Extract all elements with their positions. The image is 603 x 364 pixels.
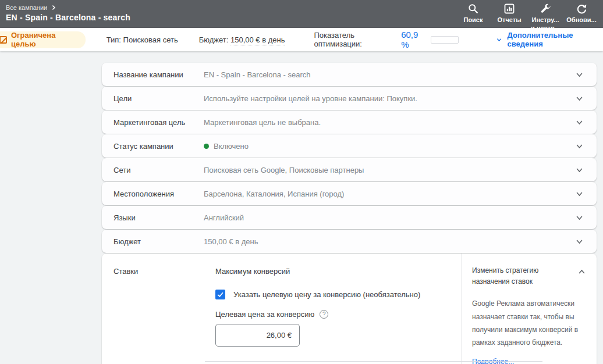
refresh-label: Обнови... (566, 16, 596, 24)
bidding-content: Максимум конверсий Указать целевую цену … (215, 254, 462, 364)
chevron-down-icon[interactable] (575, 118, 584, 127)
section-divider (205, 361, 542, 362)
campaign-type: Тип: Поисковая сеть (107, 35, 178, 44)
settings-row-budget[interactable]: Бюджет 150,00 € в день (102, 230, 597, 253)
settings-row-campaign-name[interactable]: Название кампании EN - Spain - Barcelona… (102, 63, 597, 86)
row-label: Сети (102, 166, 204, 174)
type-label: Тип: (107, 35, 121, 44)
row-label: Бюджет (102, 237, 204, 246)
chevron-down-icon[interactable] (575, 166, 584, 174)
row-label: Статус кампании (102, 142, 204, 151)
row-value: Используйте настройки целей на уровне ка… (204, 94, 571, 103)
refresh-button[interactable]: Обнови... (563, 3, 600, 24)
budget-value[interactable]: 150,00 € в день (230, 35, 285, 45)
top-header: Все кампании EN - Spain - Barcelona - se… (0, 0, 603, 28)
row-value: Английский (204, 213, 571, 222)
row-value: EN - Spain - Barcelona - search (204, 70, 571, 79)
bidding-section-label: Ставки (102, 254, 215, 364)
tools-label-line1: Инстру... (532, 16, 559, 24)
breadcrumb-chevron-icon (51, 5, 56, 10)
reports-label: Отчеты (497, 16, 521, 24)
row-value: Барселона, Каталония, Испания (город) (204, 190, 571, 198)
breadcrumb[interactable]: Все кампании (6, 4, 47, 11)
budget-label: Бюджет: (199, 35, 229, 44)
row-value: Маркетинговая цель не выбрана. (204, 118, 571, 127)
target-cpa-checkbox-label: Указать целевую цену за конверсию (необя… (233, 290, 420, 299)
settings-row-networks[interactable]: Сети Поисковая сеть Google, Поисковые па… (102, 158, 597, 181)
row-label: Название кампании (102, 70, 204, 79)
campaign-status-bar: Ограничена целью Тип: Поисковая сеть Бюд… (0, 28, 603, 51)
settings-row-bidding-expanded: Ставки Максимум конверсий Указать целеву… (102, 254, 597, 364)
campaign-budget[interactable]: Бюджет: 150,00 € в день (199, 35, 285, 44)
search-icon (467, 3, 479, 15)
details-link-text[interactable]: Дополнительные сведения (508, 31, 603, 48)
chevron-down-icon[interactable] (575, 213, 584, 222)
header-titles: Все кампании EN - Spain - Barcelona - se… (0, 0, 130, 28)
chevron-down-icon[interactable] (575, 190, 584, 198)
optimization-score: Показатель оптимизации: 60,9 % (314, 30, 459, 49)
help-panel-body: Google Реклама автоматически назначает с… (472, 297, 586, 349)
target-cpa-checkbox-row[interactable]: Указать целевую цену за конверсию (необя… (215, 290, 462, 299)
bid-strategy-name: Максимум конверсий (215, 267, 462, 276)
help-panel-title: Изменить стратегию назначения ставок (472, 265, 564, 287)
google-ads-app: Все кампании EN - Spain - Barcelona - se… (0, 0, 603, 364)
page-title: EN - Spain - Barcelona - search (6, 13, 130, 22)
settings-row-goals[interactable]: Цели Используйте настройки целей на уров… (102, 87, 597, 110)
chevron-down-icon[interactable] (575, 94, 584, 103)
enabled-status-dot (204, 144, 209, 149)
settings-row-locations[interactable]: Местоположения Барселона, Каталония, Исп… (102, 182, 597, 205)
status-badge[interactable]: Ограничена целью (0, 31, 86, 48)
target-cpa-input[interactable] (215, 324, 300, 347)
header-actions: Поиск Отчеты Инстру... и настр... Обнови… (455, 0, 603, 28)
row-label: Маркетинговая цель (102, 118, 204, 127)
checkmark-icon (217, 291, 224, 298)
optimization-value: 60,9 % (401, 30, 426, 49)
optimization-progress-bar (431, 36, 459, 44)
row-label: Языки (102, 213, 204, 222)
chevron-down-icon (496, 36, 502, 43)
search-button[interactable]: Поиск (455, 3, 491, 24)
chevron-up-icon[interactable] (577, 267, 586, 276)
target-cpa-label: Целевая цена за конверсию (215, 310, 314, 319)
type-value: Поисковая сеть (123, 35, 178, 44)
refresh-icon (576, 3, 587, 15)
settings-row-languages[interactable]: Языки Английский (102, 206, 597, 229)
chevron-down-icon[interactable] (575, 142, 584, 151)
optimization-label: Показатель оптимизации: (314, 31, 398, 48)
chevron-down-icon[interactable] (575, 237, 584, 246)
tools-icon (540, 3, 551, 15)
limited-by-goal-icon (0, 36, 7, 44)
bid-strategy-help-panel: Изменить стратегию назначения ставок Goo… (462, 254, 597, 364)
settings-panel: Название кампании EN - Spain - Barcelona… (0, 51, 603, 364)
row-value: Включено (214, 142, 249, 151)
settings-row-campaign-status[interactable]: Статус кампании Включено (102, 134, 597, 158)
settings-row-marketing-goal[interactable]: Маркетинговая цель Маркетинговая цель не… (102, 110, 597, 134)
status-badge-label: Ограничена целью (11, 31, 77, 48)
reports-button[interactable]: Отчеты (491, 3, 527, 24)
search-label: Поиск (463, 16, 483, 24)
help-question-icon[interactable]: ? (320, 310, 328, 319)
row-value: 150,00 € в день (204, 237, 571, 246)
reports-icon (503, 3, 515, 15)
chevron-down-icon[interactable] (575, 70, 584, 79)
target-cpa-checkbox[interactable] (215, 290, 225, 299)
row-label: Местоположения (102, 190, 204, 198)
row-value: Поисковая сеть Google, Поисковые партнер… (204, 166, 571, 174)
details-link[interactable]: Дополнительные сведения (496, 31, 603, 48)
row-label: Цели (102, 94, 204, 103)
